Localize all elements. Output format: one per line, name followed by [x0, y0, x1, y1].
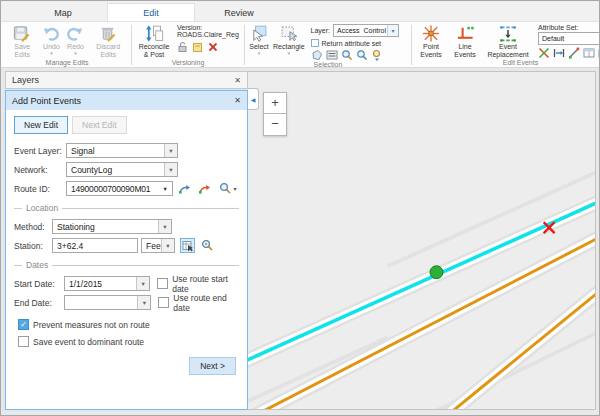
- layers-close-icon[interactable]: ✕: [234, 76, 241, 85]
- add-point-events-close-icon[interactable]: ✕: [234, 96, 241, 105]
- pick-location-on-map-button[interactable]: [180, 238, 195, 253]
- station-input[interactable]: 3+62.4: [52, 238, 138, 253]
- next-button[interactable]: Next >: [189, 357, 236, 375]
- layers-panel-header[interactable]: Layers ✕: [5, 71, 248, 89]
- pan-to-selection-icon[interactable]: [356, 49, 368, 61]
- merge-events-icon[interactable]: [553, 47, 565, 59]
- tab-review[interactable]: Review: [195, 4, 283, 21]
- redo-icon: [65, 24, 85, 43]
- map-canvas[interactable]: [248, 72, 595, 409]
- location-section-divider: Location: [14, 203, 239, 213]
- split-event-icon[interactable]: [538, 47, 550, 59]
- next-edit-button[interactable]: Next Edit: [72, 116, 127, 134]
- group-versioning: Reconcile & Post Version: ROADS.Claire_R…: [134, 23, 242, 67]
- event-table-icon[interactable]: [583, 47, 595, 59]
- pick-location-icon: [182, 240, 194, 252]
- new-edit-button[interactable]: New Edit: [14, 116, 68, 134]
- zoom-out-button[interactable]: −: [263, 114, 287, 136]
- save-edits-button[interactable]: Save Edits: [5, 24, 39, 59]
- point-events-button[interactable]: Point Events: [414, 24, 448, 59]
- layers-panel-title: Layers: [12, 75, 39, 85]
- discard-edits-button[interactable]: Discard Edits: [87, 24, 129, 59]
- select-tool-button[interactable]: Select ▾: [247, 24, 271, 56]
- retire-event-icon[interactable]: [568, 47, 580, 59]
- select-dropdown-caret[interactable]: ▾: [258, 51, 261, 56]
- station-label: Station:: [14, 241, 52, 251]
- undo-dropdown-caret[interactable]: ▾: [50, 51, 53, 56]
- use-route-start-date-checkbox[interactable]: [157, 278, 168, 289]
- event-layer-select[interactable]: Signal ▾: [66, 143, 178, 158]
- group-label-versioning: Versioning: [134, 59, 242, 67]
- layer-select[interactable]: Access_Control ▾: [333, 24, 399, 37]
- choose-route-from-map-button[interactable]: [197, 181, 211, 196]
- return-attribute-set-checkbox[interactable]: [311, 39, 319, 47]
- method-label: Method:: [14, 222, 52, 232]
- point-events-icon: [421, 24, 441, 43]
- unlock-version-icon[interactable]: [177, 41, 189, 53]
- tab-edit[interactable]: Edit: [107, 3, 195, 21]
- network-label: Network:: [14, 165, 66, 175]
- save-dominant-route-label: Save event to dominant route: [33, 337, 144, 347]
- select-cursor-icon: [249, 24, 269, 43]
- add-point-events-header[interactable]: Add Point Events ✕: [6, 91, 247, 110]
- application-window: Map Edit Review Save Edits: [0, 0, 600, 416]
- reconcile-post-button[interactable]: Reconcile & Post: [134, 24, 174, 59]
- event-replacement-button[interactable]: Event Replacement: [482, 24, 534, 59]
- group-edit-events: Point Events Line Events: [414, 23, 600, 67]
- route-id-combobox[interactable]: 14900000700090M01 ▾: [66, 181, 173, 196]
- start-date-input[interactable]: 1/1/2015 ▾: [64, 276, 150, 291]
- tab-map[interactable]: Map: [19, 4, 107, 21]
- chevron-down-icon: ▾: [161, 239, 174, 252]
- rectangle-select-button[interactable]: Rectangle ▾: [271, 24, 307, 56]
- event-replacement-icon: [498, 24, 518, 43]
- undo-button[interactable]: Undo ▾: [39, 24, 63, 56]
- check-icon: ✓: [20, 320, 27, 329]
- prevent-measures-checkbox[interactable]: ✓: [18, 319, 29, 330]
- point-event-marker[interactable]: [430, 266, 443, 279]
- map-zoom-control: + −: [263, 92, 287, 136]
- chevron-down-icon: ▾: [136, 277, 149, 290]
- zoom-in-button[interactable]: +: [263, 92, 287, 114]
- ribbon: Save Edits Undo ▾ Redo ▾: [1, 22, 599, 68]
- end-date-input[interactable]: ▾: [64, 295, 151, 310]
- redo-button[interactable]: Redo ▾: [63, 24, 87, 56]
- select-by-polygon-icon[interactable]: [311, 49, 323, 61]
- clear-selection-icon[interactable]: [371, 49, 383, 61]
- layer-label: Layer:: [311, 27, 330, 34]
- version-label: Version:: [177, 24, 239, 31]
- chevron-down-icon: ▾: [158, 220, 171, 233]
- delete-version-icon[interactable]: [207, 41, 219, 53]
- choose-route-button[interactable]: [178, 181, 192, 196]
- ribbon-separator: [131, 25, 132, 65]
- prevent-measures-label: Prevent measures not on route: [33, 320, 150, 330]
- discard-edits-icon: [98, 24, 118, 43]
- ribbon-separator: [244, 25, 245, 65]
- new-version-icon[interactable]: [192, 41, 204, 53]
- map-viewport[interactable]: ◀ + −: [248, 71, 596, 410]
- rectangle-select-icon: [279, 24, 299, 43]
- network-select[interactable]: CountyLog ▾: [66, 162, 178, 177]
- save-dominant-route-checkbox[interactable]: [18, 336, 29, 347]
- left-dock: Layers ✕ Add Point Events ✕ New Edit Nex…: [5, 71, 248, 410]
- zoom-to-location-button[interactable]: [200, 238, 215, 253]
- selection-list-icon[interactable]: [326, 49, 338, 61]
- group-manage-edits: Save Edits Undo ▾ Redo ▾: [5, 23, 129, 67]
- add-point-events-panel: Add Point Events ✕ New Edit Next Edit Ev…: [5, 90, 248, 410]
- redo-dropdown-caret[interactable]: ▾: [74, 51, 77, 56]
- zoom-to-route-button[interactable]: ▾: [216, 181, 239, 196]
- use-route-end-date-checkbox[interactable]: [158, 297, 169, 308]
- rectangle-dropdown-caret[interactable]: ▾: [288, 51, 291, 56]
- dates-section-divider: Dates: [14, 260, 239, 270]
- end-date-label: End Date:: [14, 298, 64, 308]
- chevron-down-icon: ▾: [387, 25, 398, 36]
- method-select[interactable]: Stationing ▾: [52, 219, 172, 234]
- chevron-down-icon: ▾: [137, 296, 150, 309]
- line-events-icon: [455, 24, 475, 43]
- choose-route-icon: [178, 182, 191, 195]
- zoom-to-selection-icon[interactable]: [341, 49, 353, 61]
- collapse-panel-tab[interactable]: ◀: [248, 88, 259, 110]
- station-unit-select[interactable]: Feet ▾: [141, 238, 175, 253]
- line-events-button[interactable]: Line Events: [448, 24, 482, 59]
- attribute-set-select[interactable]: Default ▾: [538, 32, 600, 45]
- start-date-label: Start Date:: [14, 279, 64, 289]
